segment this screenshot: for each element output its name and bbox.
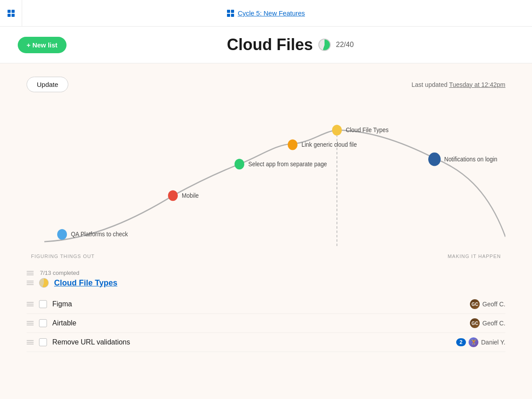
svg-point-1: [57, 229, 67, 240]
svg-text:Notifications on login: Notifications on login: [444, 156, 497, 163]
task-section: 7/13 completed Cloud File Types Figma GC…: [27, 270, 505, 352]
svg-point-11: [428, 153, 441, 166]
task-checkbox[interactable]: [39, 300, 47, 308]
table-row: Airtable GC Geoff C.: [27, 314, 505, 333]
avatar: GC: [470, 318, 480, 328]
sidebar-toggle[interactable]: [0, 0, 22, 26]
table-row: Figma GC Geoff C.: [27, 295, 505, 314]
axis-right-label: MAKING IT HAPPEN: [448, 254, 501, 259]
task-name: Remove URL validations: [52, 338, 451, 346]
toolbar-row: Update Last updated Tuesday at 12:42pm: [27, 77, 505, 92]
svg-point-5: [235, 159, 244, 169]
avatar: 🏋: [469, 337, 478, 347]
task-name: Figma: [52, 300, 465, 308]
page-title-area: Cloud Files 22/40: [66, 35, 514, 54]
svg-text:Cloud File Types: Cloud File Types: [346, 126, 389, 133]
page-header: + New list Cloud Files 22/40: [0, 27, 532, 63]
cycle-link[interactable]: Cycle 5: New Features: [238, 9, 305, 17]
task-drag-handle[interactable]: [27, 302, 34, 306]
task-checkbox[interactable]: [39, 338, 47, 346]
axis-left-label: FIGURING THINGS OUT: [31, 254, 94, 259]
task-checkbox[interactable]: [39, 319, 47, 327]
task-meta: 2 🏋 Daniel Y.: [456, 337, 505, 347]
page-title: Cloud Files: [227, 35, 313, 54]
table-row: Remove URL validations 2 🏋 Daniel Y.: [27, 333, 505, 352]
chart-area: QA Platforms to check Mobile Select app …: [27, 101, 505, 256]
assignee-name: Geoff C.: [482, 301, 505, 308]
chart-svg: QA Platforms to check Mobile Select app …: [27, 101, 505, 256]
main-content: Update Last updated Tuesday at 12:42pm Q…: [0, 63, 532, 365]
progress-icon: [318, 39, 331, 51]
task-list: Figma GC Geoff C. Airtable GC Geoff C.: [27, 295, 505, 352]
svg-point-3: [168, 190, 178, 201]
cycle-nav: Cycle 5: New Features: [227, 9, 305, 17]
task-drag-handle[interactable]: [27, 340, 34, 344]
progress-text: 22/40: [336, 41, 354, 49]
avatar: GC: [470, 299, 480, 309]
grid-icon: [8, 10, 15, 17]
svg-text:Select app from separate page: Select app from separate page: [248, 160, 327, 168]
svg-point-7: [288, 139, 297, 150]
update-button[interactable]: Update: [27, 77, 68, 92]
group-title[interactable]: Cloud File Types: [54, 278, 117, 288]
group-title-drag-handle[interactable]: [27, 281, 34, 285]
task-group-header: Cloud File Types: [27, 278, 505, 288]
group-drag-handle[interactable]: [27, 271, 34, 275]
svg-text:QA Platforms to check: QA Platforms to check: [71, 231, 128, 238]
assignee-name: Daniel Y.: [481, 339, 505, 346]
task-meta: GC Geoff C.: [470, 318, 505, 328]
svg-text:Link generic cloud file: Link generic cloud file: [301, 141, 357, 148]
cycle-icon: [227, 10, 234, 17]
last-updated: Last updated Tuesday at 12:42pm: [411, 81, 505, 88]
completed-count: 7/13 completed: [40, 270, 79, 276]
task-name: Airtable: [52, 319, 465, 327]
task-badge: 2: [456, 338, 466, 346]
svg-text:Mobile: Mobile: [182, 192, 199, 199]
new-list-button[interactable]: + New list: [18, 37, 66, 53]
svg-point-9: [332, 125, 342, 136]
last-updated-link[interactable]: Tuesday at 12:42pm: [449, 81, 505, 88]
task-meta: GC Geoff C.: [470, 299, 505, 309]
top-bar: Cycle 5: New Features: [0, 0, 532, 27]
task-drag-handle[interactable]: [27, 321, 34, 325]
group-icon: [39, 278, 49, 288]
assignee-name: Geoff C.: [482, 320, 505, 327]
